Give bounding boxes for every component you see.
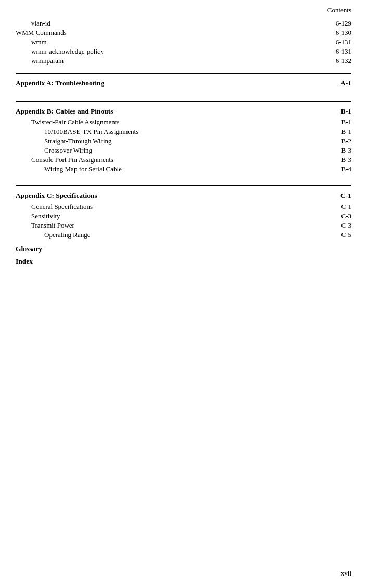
page: Contents vlan-id 6-129 WMM Commands 6-13… [0, 0, 367, 588]
divider-appendix-b [16, 101, 351, 102]
toc-entry-twisted-pair: Twisted-Pair Cable Assignments B-1 [16, 118, 351, 127]
toc-top-section: vlan-id 6-129 WMM Commands 6-130 wmm 6-1… [16, 19, 351, 66]
toc-entry-wmmparam: wmmparam 6-132 [16, 56, 351, 66]
appendix-b-heading: Appendix B: Cables and Pinouts B-1 [16, 105, 351, 118]
toc-entry-transmit-power: Transmit Power C-3 [16, 221, 351, 230]
toc-entry-sensitivity: Sensitivity C-3 [16, 211, 351, 221]
toc-entry-vlan-id: vlan-id 6-129 [16, 19, 351, 28]
toc-entry-10100base: 10/100BASE-TX Pin Assignments B-1 [16, 127, 351, 136]
page-number: xvii [341, 569, 351, 578]
index-entry: Index [16, 255, 351, 268]
toc-entry-general-specs: General Specifications C-1 [16, 202, 351, 211]
divider-appendix-c [16, 185, 351, 186]
appendix-b-entries: Twisted-Pair Cable Assignments B-1 10/10… [16, 118, 351, 174]
appendix-c-entries: General Specifications C-1 Sensitivity C… [16, 202, 351, 240]
toc-entry-wmm-commands: WMM Commands 6-130 [16, 28, 351, 37]
toc-entry-wmm: wmm 6-131 [16, 37, 351, 47]
toc-entry-crossover: Crossover Wiring B-3 [16, 146, 351, 155]
appendix-c-heading: Appendix C: Specifications C-1 [16, 190, 351, 202]
header-contents-label: Contents [16, 0, 351, 19]
toc-entry-console-port: Console Port Pin Assignments B-3 [16, 155, 351, 165]
toc-entry-operating-range: Operating Range C-5 [16, 230, 351, 240]
toc-entry-straight-through: Straight-Through Wiring B-2 [16, 136, 351, 146]
divider-appendix-a [16, 73, 351, 74]
appendix-a-heading: Appendix A: Troubleshooting A-1 [16, 77, 351, 90]
glossary-entry: Glossary [16, 240, 351, 255]
toc-entry-wmm-ack: wmm-acknowledge-policy 6-131 [16, 47, 351, 56]
toc-entry-wiring-map: Wiring Map for Serial Cable B-4 [16, 165, 351, 174]
header-label: Contents [327, 6, 351, 14]
